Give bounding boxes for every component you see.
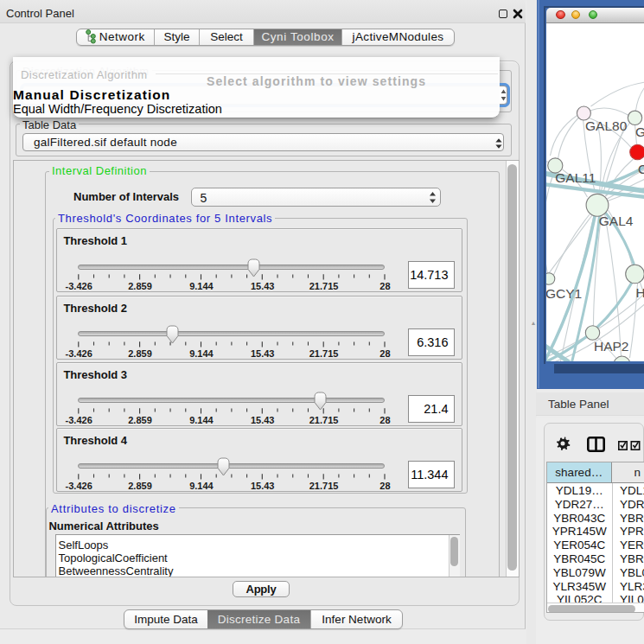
svg-text:GAL11: GAL11: [555, 170, 596, 185]
svg-text:HAP2: HAP2: [594, 339, 629, 354]
svg-text:C: C: [638, 162, 644, 176]
svg-text:GAL4: GAL4: [598, 214, 633, 228]
svg-text:GCY1: GCY1: [546, 286, 582, 301]
svg-text:H: H: [635, 285, 644, 300]
svg-text:GA: GA: [635, 124, 644, 139]
svg-text:GAL80: GAL80: [585, 118, 628, 133]
